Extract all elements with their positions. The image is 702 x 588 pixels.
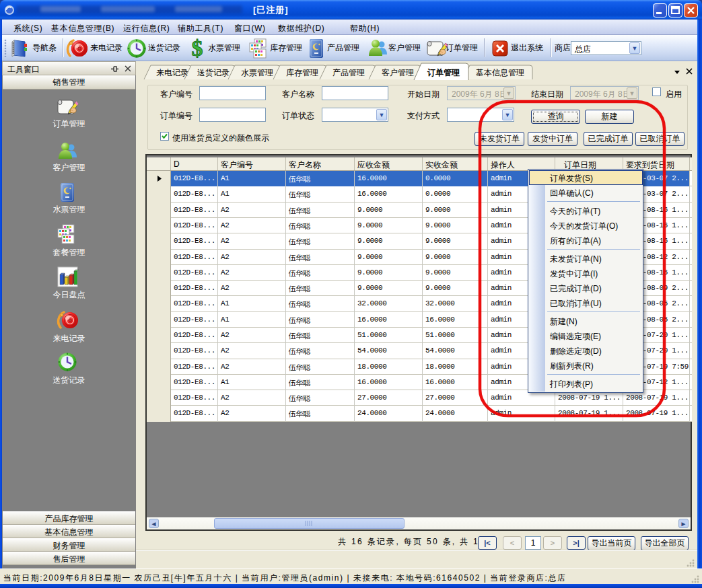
svg-text:来电记录: 来电记录 xyxy=(156,68,188,77)
svg-text:库存管理: 库存管理 xyxy=(286,68,318,77)
svg-text:客户管理: 客户管理 xyxy=(382,68,414,77)
svg-text:送货记录: 送货记录 xyxy=(197,68,230,77)
svg-text:产品管理: 产品管理 xyxy=(332,68,365,77)
svg-text:订单管理: 订单管理 xyxy=(427,68,460,77)
svg-text:$: $ xyxy=(192,36,203,61)
svg-text:基本信息管理: 基本信息管理 xyxy=(476,68,524,77)
svg-text:水票管理: 水票管理 xyxy=(241,68,273,77)
